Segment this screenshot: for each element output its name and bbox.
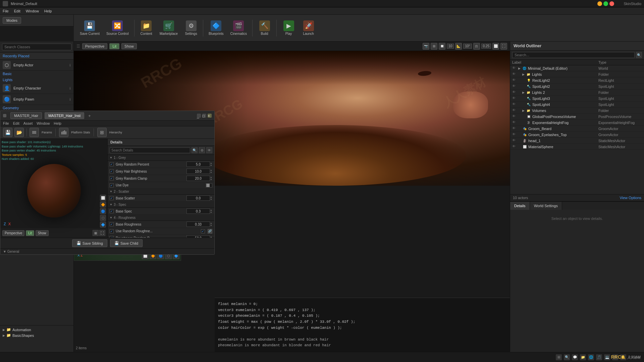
source-control-btn[interactable]: 🔀 Source Control [104,19,131,37]
vp-snap-icon[interactable]: 🔲 [439,43,445,50]
val-base-rough[interactable]: 0.33 [186,222,210,227]
outliner-groombeard[interactable]: 👁 🎭 Groom_Beard GroomActor [510,126,644,132]
mat-general-section[interactable]: ▼ General [0,248,214,254]
empty-pawn-item[interactable]: 🔵 Empty Pawn ℹ [0,94,73,105]
mat-search-input[interactable] [110,147,190,153]
outliner-materialsphere[interactable]: 👁 ⬜ MaterialSphere StaticMeshActor [510,144,644,150]
mat-save-btn[interactable]: 💾 [3,128,12,137]
taskbar-icon-3[interactable]: 💬 [572,354,578,360]
mat-vp-show[interactable]: Show [36,230,49,236]
mat-eye-icon[interactable]: 👁 [206,147,212,153]
vp-minimize-icon[interactable]: ⬜ [492,43,499,50]
category-geometry[interactable]: Geometry [0,105,73,111]
mat-tool-4[interactable]: ⬡ [100,215,106,221]
save-sibling-btn[interactable]: 💾 Save Sibling [72,239,107,247]
build-btn[interactable]: 🔨 Build [255,19,274,37]
outliner-search-input[interactable] [512,52,635,58]
outliner-search-btn[interactable]: 🔍 [636,52,642,58]
vp-maximize-icon[interactable]: ⛶ [500,43,507,50]
save-child-btn[interactable]: 💾 Save Child [110,239,143,247]
mat-tool-2[interactable]: 🔶 [100,201,106,207]
category-lights[interactable]: Lights [0,77,73,83]
arrow-0[interactable]: ▶ [518,67,521,70]
outliner-spotlight3[interactable]: 👁 🔦 SpotLight3 SpotLight [510,96,644,102]
perspective-btn[interactable]: Perspective [82,43,107,49]
outliner-volumes-folder[interactable]: 👁 ▶ 📁 Volumes Folder [510,108,644,114]
cb-use-random-rough[interactable] [110,229,114,233]
vp-scale-icon[interactable]: ⚖ [473,43,480,50]
empty-actor-item[interactable]: ⬡ Empty Actor ℹ [0,60,73,71]
vis-icon-12[interactable]: 👁 [512,138,517,143]
outliner-minimal-default[interactable]: 👁 ▶ 🌐 Minimal_Default (Editor) World [510,65,644,71]
basicshapes-folder[interactable]: ▶ 📁 BasicShapes [1,333,72,338]
vis-icon-4[interactable]: 👁 [512,90,517,95]
cb-base-scatter[interactable] [110,196,114,200]
val-rough-rand-p[interactable]: 50.0 [186,235,210,238]
mat-add-tab[interactable]: + [88,113,91,118]
cb-base-spec[interactable] [110,209,114,213]
mat-vp-perspective[interactable]: Perspective [2,230,24,236]
mat-params-btn[interactable] [30,128,39,137]
cinematics-btn[interactable]: 🎬 Cinematics [228,19,250,37]
master-hair-inst-tab[interactable]: MASTER_Hair_Inst [45,112,84,119]
show-btn[interactable]: Show [121,43,137,49]
val-grey-bright[interactable]: 10.0 [186,169,210,174]
outliner-globalpp[interactable]: 👁 🔲 GlobalPostProcessVolume PostProcessV… [510,114,644,120]
world-settings-tab[interactable]: World Settings [530,202,562,210]
category-basic[interactable]: Basic [0,71,73,77]
taskbar-icon-2[interactable]: 🔍 [564,354,570,360]
outliner-lights-folder[interactable]: 👁 ▶ 📁 Lights Folder [510,71,644,77]
det-section-spec[interactable]: ▼ 3 - Spec [108,202,214,208]
det-section-grey[interactable]: ▼ 1 - Grey [108,155,214,161]
vis-icon-13[interactable]: 👁 [512,144,517,149]
vp-grid-icon[interactable]: ⊞ [431,43,437,50]
vis-icon-7[interactable]: 👁 [512,108,517,113]
maximize-btn[interactable] [603,1,608,6]
vis-icon-0[interactable]: 👁 [512,66,517,71]
mat-vp-icon-1[interactable]: ⊞ [93,230,99,236]
mat-tool-5[interactable]: 🔷 [100,222,106,228]
vp-menu-icon[interactable]: ☰ [76,44,80,49]
arrow-1[interactable]: ▶ [522,73,525,76]
mat-tool-1[interactable]: ⬜ [100,195,106,201]
toggle-random-rough[interactable] [201,229,205,233]
arrow-4[interactable]: ▶ [522,91,525,94]
vis-icon-9[interactable]: 👁 [512,120,517,125]
lit-btn[interactable]: Lit [109,43,119,49]
taskbar-icon-6[interactable]: 🎵 [596,354,602,360]
vis-icon-2[interactable]: 👁 [512,78,517,83]
taskbar-icon-4[interactable]: 📁 [580,354,586,360]
menu-help[interactable]: Help [44,9,52,13]
taskbar-icon-5[interactable]: 🌐 [588,354,594,360]
mat-filter-icon[interactable]: ⚙ [199,147,205,153]
outliner-lights2-folder[interactable]: 👁 ▶ 📁 Lights 2 Folder [510,89,644,96]
det-section-roughness[interactable]: ▼ 4 - Roughness [108,215,214,221]
vis-icon-6[interactable]: 👁 [512,102,517,107]
play-btn[interactable]: ▶ Play [279,19,298,37]
val-base-scatter[interactable]: 0.0 [186,195,210,201]
mat-menu-file[interactable]: File [3,121,9,125]
cb-grey-bright[interactable] [110,169,114,173]
blueprints-btn[interactable]: 🔷 Blueprints [206,19,226,37]
menu-file[interactable]: File [3,9,9,13]
outliner-rectlight2[interactable]: 👁 💡 RectLight2 RectLight [510,77,644,83]
vis-icon-1[interactable]: 👁 [512,72,517,77]
vis-icon-5[interactable]: 👁 [512,96,517,101]
vis-icon-8[interactable]: 👁 [512,114,517,119]
mat-vp-lit[interactable]: Lit [26,230,34,236]
val-grey-clamp[interactable]: 20.0 [186,176,210,181]
save-current-btn[interactable]: 💾 Save Current [77,19,102,37]
mat-menu-asset[interactable]: Asset [23,121,33,125]
det-section-scatter[interactable]: ▼ 2 - Scatter [108,189,214,195]
cb-use-dye[interactable] [110,183,114,187]
taskbar-icon-1[interactable]: ⊞ [556,354,562,360]
content-btn[interactable]: 📁 Content [137,19,156,37]
modes-button[interactable]: Modes [3,17,21,24]
vp-camera-icon[interactable]: 📷 [423,43,429,50]
mat-vp-icon-2[interactable]: ⛶ [99,230,105,236]
outliner-groomlashes[interactable]: 👁 🎭 Groom_Eyelashes_Top GroomActor [510,132,644,138]
outliner-spotlight4[interactable]: 👁 🔦 SpotLight4 SpotLight [510,102,644,108]
mat-browse-btn[interactable]: 📂 [14,128,24,137]
mat-search-icon[interactable]: 🔍 [192,147,198,153]
master-hair-tab[interactable]: MASTER_Hair [10,112,42,119]
